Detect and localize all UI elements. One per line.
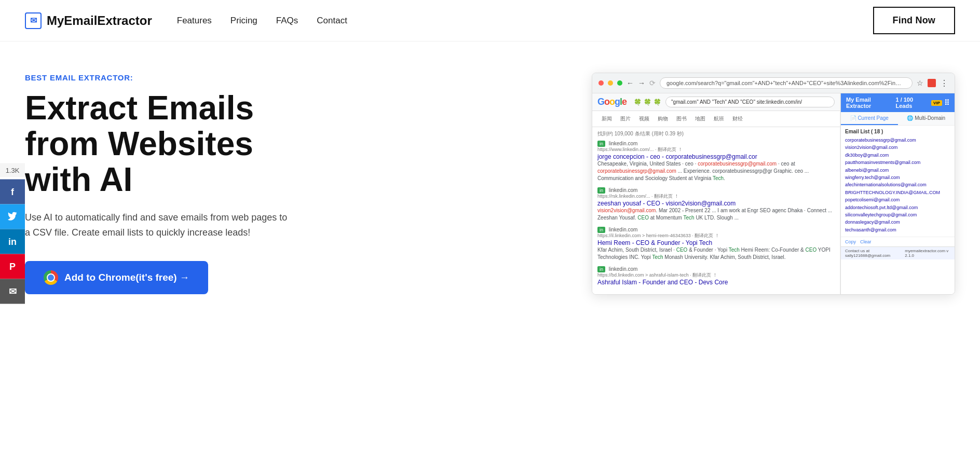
email-entry-5: albenebi@gmail.com xyxy=(845,167,950,174)
tab-news[interactable]: 新闻 xyxy=(597,113,616,125)
browser-expand-dot xyxy=(617,80,622,86)
tab-videos[interactable]: 视频 xyxy=(635,113,654,125)
result-item-4: in linkedin.com https://bd.linkedin.com … xyxy=(597,266,835,286)
result-site-3: in linkedin.com https://il.linkedin.com … xyxy=(597,227,835,239)
google-search-panel: Google 🍀 🍀 🍀 "gmail.com" AND "Tech" AND … xyxy=(592,93,840,294)
hero-title: Extract Emails from Websites with AI xyxy=(25,90,295,198)
email-entry-11: siliconvalleytechgroup@gmail.com xyxy=(845,211,950,218)
ext-version: myemailextractor.com v 2.1.0 xyxy=(905,249,950,258)
ext-email-list: Email List ( 18 ) corporatebusinessgrp@g… xyxy=(841,126,955,237)
copy-clear-controls: Copy Clear xyxy=(845,239,872,244)
hero-label: BEST EMAIL EXTRACTOR: xyxy=(25,73,295,82)
find-now-button[interactable]: Find Now xyxy=(873,7,955,34)
share-email-button[interactable]: ✉ xyxy=(0,279,25,304)
google-header: Google 🍀 🍀 🍀 "gmail.com" AND "Tech" AND … xyxy=(592,93,840,111)
result-title-1[interactable]: jorge concepcion - ceo - corporatebusine… xyxy=(597,153,835,160)
tab-maps[interactable]: 地图 xyxy=(691,113,710,125)
google-search-box[interactable]: "gmail.com" AND "Tech" AND "CEO" site:li… xyxy=(665,97,835,107)
nav-features[interactable]: Features xyxy=(177,16,212,26)
tab-images[interactable]: 图片 xyxy=(616,113,635,125)
cta-label: Add to Chrome(it's free) → xyxy=(64,272,189,283)
clear-button[interactable]: Clear xyxy=(860,239,872,244)
navbar-left: ✉ MyEmailExtractor Features Pricing FAQs… xyxy=(25,12,347,29)
hero-section: BEST EMAIL EXTRACTOR: Extract Emails fro… xyxy=(0,42,980,315)
leaf-icon-2: 🍀 xyxy=(644,99,651,106)
browser-close-dot xyxy=(598,80,604,86)
result-title-4[interactable]: Ashraful Islam - Founder and CEO - Devs … xyxy=(597,279,835,286)
result-title-3[interactable]: Hemi Reem - CEO & Founder - Yopi Tech xyxy=(597,239,835,246)
browser-content: Google 🍀 🍀 🍀 "gmail.com" AND "Tech" AND … xyxy=(592,93,955,294)
ext-grid-icon[interactable]: ⠿ xyxy=(944,99,949,107)
ext-leads: 1 / 100 Leads xyxy=(895,97,929,109)
email-entry-7: afechinternationalsolutions@gmail.com xyxy=(845,181,950,188)
share-count: 1.3K xyxy=(0,163,25,177)
nav-links: Features Pricing FAQs Contact xyxy=(177,16,347,26)
ext-footer: Copy Clear xyxy=(841,237,955,246)
logo-text: MyEmailExtractor xyxy=(47,13,152,28)
result-site-2: in linkedin.com https://rsk.linkedin.com… xyxy=(597,187,835,200)
email-entry-9: popetcolisemi@gmail.com xyxy=(845,196,950,203)
google-tabs: 新闻 图片 视频 购物 图书 地图 航班 财经 xyxy=(592,111,840,127)
tab-shopping[interactable]: 购物 xyxy=(654,113,672,125)
tab-books[interactable]: 图书 xyxy=(672,113,691,125)
logo[interactable]: ✉ MyEmailExtractor xyxy=(25,12,152,29)
result-count: 找到约 109,000 条结果 (用时 0.39 秒) xyxy=(597,130,835,138)
add-to-chrome-button[interactable]: Add to Chrome(it's free) → xyxy=(25,261,208,294)
ext-contact: Contact us at sally121688@gmail.com xyxy=(845,249,905,258)
copy-button[interactable]: Copy xyxy=(845,239,856,244)
result-site-4: in linkedin.com https://bd.linkedin.com … xyxy=(597,266,835,279)
share-twitter-button[interactable] xyxy=(0,204,25,229)
ext-header-right: 1 / 100 Leads VIP ⠿ xyxy=(895,97,949,109)
social-share-bar: 1.3K f in P ✉ xyxy=(0,163,25,304)
share-facebook-button[interactable]: f xyxy=(0,180,25,204)
nav-pricing[interactable]: Pricing xyxy=(230,16,257,26)
email-entry-8: BRIGHTTECHNOLOGY.INDIA@GMAIL.COM xyxy=(845,189,950,196)
tab-flights[interactable]: 航班 xyxy=(710,113,728,125)
nav-faqs[interactable]: FAQs xyxy=(276,16,298,26)
browser-minimize-dot xyxy=(608,80,613,86)
navbar: ✉ MyEmailExtractor Features Pricing FAQs… xyxy=(0,0,980,42)
tab-finance[interactable]: 财经 xyxy=(728,113,747,125)
share-pinterest-button[interactable]: P xyxy=(0,254,25,279)
vip-badge: VIP xyxy=(931,100,942,106)
result-item-2: in linkedin.com https://rsk.linkedin.com… xyxy=(597,187,835,222)
ext-tab-multi-domain[interactable]: 🌐 Multi-Domain xyxy=(898,112,955,125)
result-snippet-2: vision2vision@gmail.com. Mar 2002 - Pres… xyxy=(597,207,835,222)
result-site-1: in linkedin.com https://www.linkedin.com… xyxy=(597,141,835,153)
email-entry-3: dk30boy@gmail.com xyxy=(845,152,950,159)
nav-contact[interactable]: Contact xyxy=(317,16,347,26)
email-entry-13: techvasanth@gmail.com xyxy=(845,226,950,233)
ext-header: My Email Extractor 1 / 100 Leads VIP ⠿ xyxy=(841,93,955,112)
leaf-icon-3: 🍀 xyxy=(654,99,661,106)
hero-description: Use AI to automatically find and save em… xyxy=(25,210,295,240)
result-item-3: in linkedin.com https://il.linkedin.com … xyxy=(597,227,835,261)
ext-email-list-header: Email List ( 18 ) xyxy=(845,129,950,134)
ext-title: My Email Extractor xyxy=(846,97,895,109)
hero-left: BEST EMAIL EXTRACTOR: Extract Emails fro… xyxy=(25,73,295,294)
email-entry-1: corporatebusinessgrp@gmail.com xyxy=(845,136,950,144)
ext-tab-current-page[interactable]: 📄 Current Page xyxy=(841,112,898,125)
email-entry-12: donnaslegacy@gmail.com xyxy=(845,218,950,226)
result-title-2[interactable]: zeeshan yousaf - CEO - vision2vision@gma… xyxy=(597,200,835,207)
ext-tab-multi-icon: 🌐 xyxy=(907,115,915,121)
browser-window: ← → ⟳ google.com/search?q="gmail.com"+AN… xyxy=(592,73,955,295)
browser-ext-icon xyxy=(928,79,936,87)
email-entry-2: vision2vision@gmail.com xyxy=(845,144,950,151)
ext-tabs: 📄 Current Page 🌐 Multi-Domain xyxy=(841,112,955,126)
ext-bottom-bar: Contact us at sally121688@gmail.com myem… xyxy=(841,246,955,259)
extension-panel: My Email Extractor 1 / 100 Leads VIP ⠿ 📄… xyxy=(840,93,955,294)
browser-bar: ← → ⟳ google.com/search?q="gmail.com"+AN… xyxy=(592,73,955,93)
browser-url: google.com/search?q="gmail.com"+AND+"tec… xyxy=(660,77,913,89)
result-snippet-1: Chesapeake, Virginia, United States · ce… xyxy=(597,160,835,182)
email-entry-6: wingferry.tech@gmail.com xyxy=(845,174,950,181)
share-linkedin-button[interactable]: in xyxy=(0,229,25,254)
email-entry-10: addontechiosoft.pvt.ltd@gmail.com xyxy=(845,204,950,211)
email-entry-4: pautthomasinvestments@gmail.com xyxy=(845,159,950,166)
chrome-icon xyxy=(44,270,58,285)
logo-icon: ✉ xyxy=(25,12,42,29)
leaf-icon-1: 🍀 xyxy=(634,99,642,106)
result-item-1: in linkedin.com https://www.linkedin.com… xyxy=(597,141,835,182)
google-logo: Google xyxy=(597,97,627,107)
google-results: 找到约 109,000 条结果 (用时 0.39 秒) in linkedin.… xyxy=(592,127,840,294)
ext-tab-current-icon: 📄 xyxy=(850,115,858,121)
